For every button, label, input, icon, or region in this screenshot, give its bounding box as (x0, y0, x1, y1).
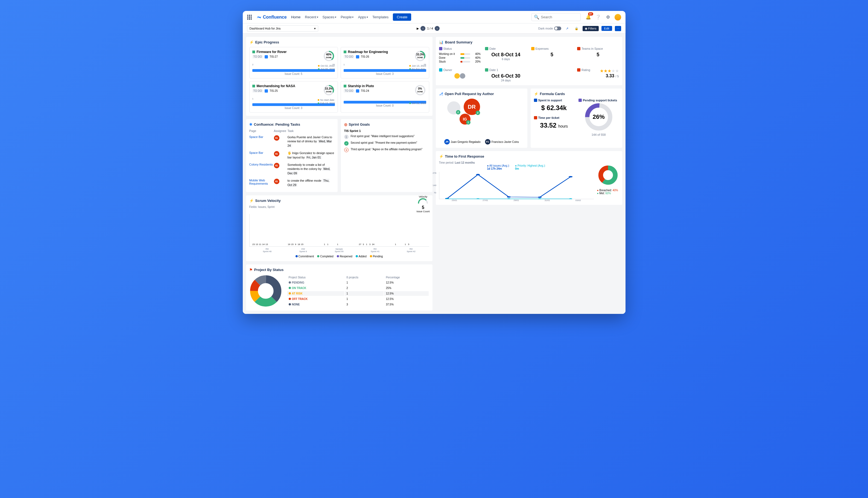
goal-row: ✕Third sprint goal: "Agree on the affili… (344, 148, 429, 152)
app-switcher-icon[interactable] (247, 15, 252, 20)
task-row[interactable]: Colony ResidentsIGSomebody to create a l… (249, 161, 334, 177)
author-item: FCFrancisco Javier Coira (485, 139, 519, 145)
status-row: Stuck20% (439, 60, 481, 63)
svg-point-19 (569, 176, 573, 178)
table-row[interactable]: AT RISK112.5% (287, 291, 429, 296)
search-icon: 🔍 (534, 14, 539, 20)
response-donut: ● Breached: 40% ● Met: 60% (597, 164, 619, 201)
status-row: Done40% (439, 56, 481, 59)
svg-point-21 (476, 198, 479, 199)
dashboard-grid: ⚡Epic Progress Firmware for Rover TO DOT… (243, 34, 626, 314)
chevron-down-icon: ▾ (352, 16, 354, 18)
chevron-down-icon: ▾ (317, 16, 318, 18)
create-button[interactable]: Create (393, 13, 411, 21)
pager: ▶ ‹ 1 / 4 › (417, 26, 439, 31)
velocity-icon: ⚡ (249, 199, 254, 203)
more-button[interactable]: ⋯ (615, 26, 621, 31)
notifications-button[interactable]: 🔔 9+ (585, 14, 591, 21)
pending-donut: 26% (584, 102, 614, 132)
author-item: JRJuan Gregorio Regalado (444, 139, 481, 145)
epic-card[interactable]: Starship in Pluto TO DOTIS-24 0%DONE Iss… (341, 81, 429, 113)
confluence-logo[interactable]: Confluence (256, 14, 287, 20)
sprint-goals-card: ◎Sprint Goals TIS Sprint 1 1First sprint… (341, 119, 433, 192)
edit-button[interactable]: Edit (601, 26, 612, 31)
target-icon: ◎ (344, 122, 347, 127)
prev-page-button[interactable]: ‹ (420, 26, 425, 31)
svg-point-24 (569, 198, 572, 199)
help-button[interactable]: ❔ (595, 14, 601, 21)
filters-button[interactable]: ◉ Filters (583, 26, 599, 31)
task-row[interactable]: Mobile Web RequirementsIGto create the o… (249, 177, 334, 189)
top-navigation: Confluence Home Recent▾ Spaces▾ People▾ … (243, 11, 626, 24)
nav-templates[interactable]: Templates (372, 15, 388, 19)
legend-item[interactable]: Pending (370, 255, 383, 258)
money-icon (534, 99, 537, 102)
rating-stars: ★★★★★ (600, 68, 619, 74)
pr-icon: ⎇ (439, 92, 443, 96)
goal-row: 1First sprint goal: "Make intelligent tr… (344, 135, 429, 139)
sub-navigation: Dashboard Hub for Jira ▾ ▶ ‹ 1 / 4 › Dar… (243, 24, 626, 34)
product-name: Confluence (263, 15, 287, 20)
nav-recent[interactable]: Recent▾ (305, 15, 318, 19)
goal-row: ✓Second sprint goal: "Present the new pa… (344, 141, 429, 146)
board-summary-card: 📊Board Summary Status Working on it40%Do… (436, 37, 622, 85)
table-row[interactable]: OFF TRACK112.5% (287, 297, 429, 301)
search-box[interactable]: 🔍 (532, 13, 581, 21)
gear-icon: ⚙ (606, 14, 610, 20)
legend-item[interactable]: Added (356, 255, 367, 258)
search-input[interactable] (541, 15, 578, 19)
epic-progress-card: ⚡Epic Progress Firmware for Rover TO DOT… (246, 37, 433, 116)
scrum-velocity-card: ⚡Scrum Velocity Fields: Issues, Sprint V… (246, 195, 433, 261)
velocity-gauge: Velocity 5 Issue Count (416, 195, 430, 213)
status-row: Working on it40% (439, 52, 481, 55)
next-page-button[interactable]: › (435, 26, 439, 31)
chevron-down-icon: ▾ (367, 16, 368, 18)
date-icon (485, 47, 488, 50)
legend-item[interactable]: Reopened (337, 255, 353, 258)
task-row[interactable]: Space BarIGGorka Puente and Javier Coira… (249, 134, 334, 149)
pending-tasks-card: ✱Confluence: Pending Tasks Page Assignee… (246, 119, 337, 192)
dashboard-selector[interactable]: Dashboard Hub for Jira ▾ (247, 25, 318, 32)
table-row[interactable]: ON TRACK225% (287, 286, 429, 291)
ticket-icon (578, 99, 582, 102)
nav-spaces[interactable]: Spaces▾ (323, 15, 336, 19)
nav-people[interactable]: People▾ (341, 15, 354, 19)
svg-point-16 (476, 174, 480, 175)
topnav-actions: 🔔 9+ ❔ ⚙ (585, 14, 621, 21)
table-row[interactable]: NONE337.5% (287, 302, 429, 307)
nav-home[interactable]: Home (291, 15, 301, 19)
pull-requests-card: ⎇Open Pull Request by Author 2 DR2 IG1 J… (436, 89, 527, 148)
app-window: Confluence Home Recent▾ Spaces▾ People▾ … (243, 11, 626, 314)
task-row[interactable]: Space BarIG🖐 Inigo Gonzalez to design sp… (249, 149, 334, 161)
expenses-icon (531, 47, 535, 50)
legend-item[interactable]: Commitment (295, 255, 314, 258)
lock-icon[interactable]: 🔒 (573, 25, 580, 32)
svg-point-17 (507, 196, 511, 198)
share-button[interactable]: ↗ (564, 25, 571, 32)
help-icon: ❔ (596, 14, 601, 20)
legend-item[interactable]: Completed (317, 255, 333, 258)
epic-card[interactable]: Firmware for Rover TO DOTIS-27 40%DONE 2… (249, 47, 338, 78)
nav-items: Home Recent▾ Spaces▾ People▾ Apps▾ Templ… (291, 15, 389, 19)
svg-point-23 (538, 198, 541, 199)
chevron-down-icon: ▾ (335, 16, 336, 18)
darkmode-toggle[interactable]: Dark mode (538, 26, 561, 30)
svg-point-22 (507, 198, 510, 199)
table-row[interactable]: PENDING112.5% (287, 280, 429, 285)
rating-icon (577, 68, 580, 71)
project-status-donut (249, 275, 282, 307)
nav-apps[interactable]: Apps▾ (358, 15, 368, 19)
user-avatar[interactable] (615, 14, 621, 21)
board-icon: 📊 (439, 40, 444, 44)
notification-badge: 9+ (588, 12, 593, 16)
epic-card[interactable]: Roadmap for Engineering TO DOTIS-26 33.3… (341, 47, 429, 78)
epic-card[interactable]: Merchandising for NASA TO DOTIS-25 33.3%… (249, 81, 338, 113)
confluence-icon: ✱ (249, 122, 252, 127)
bolt-icon: ⚡ (439, 154, 444, 158)
play-icon[interactable]: ▶ (417, 27, 419, 30)
epic-icon: ⚡ (249, 40, 254, 44)
dot-icon: ● (515, 164, 517, 167)
settings-button[interactable]: ⚙ (605, 14, 611, 21)
pr-bubble-chart: 2 DR2 IG1 (439, 99, 524, 137)
page-indicator: 1 / 4 (427, 27, 433, 30)
